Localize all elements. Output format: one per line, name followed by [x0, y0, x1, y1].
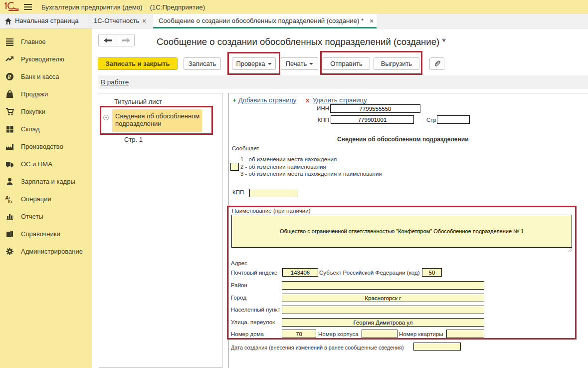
svg-text:₽: ₽: [8, 74, 11, 80]
svg-text:Кт: Кт: [8, 199, 12, 203]
